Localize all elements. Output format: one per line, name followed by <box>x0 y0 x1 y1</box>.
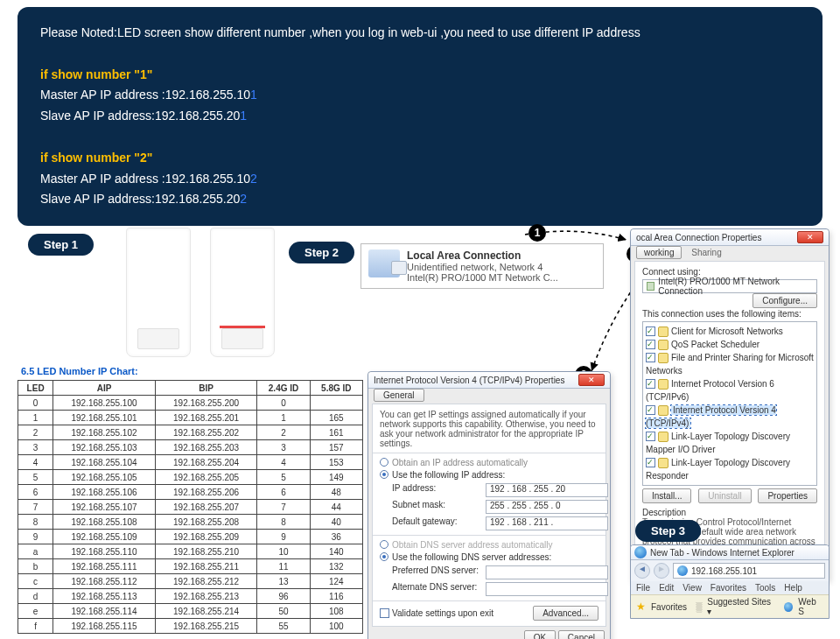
configure-button[interactable]: Configure... <box>752 293 817 308</box>
list-item[interactable]: Internet Protocol Version 6 (TCP/IPv6) <box>646 377 814 404</box>
advanced-button[interactable]: Advanced... <box>533 606 598 621</box>
star-icon[interactable]: ★ <box>636 600 646 613</box>
ie-icon <box>784 602 794 612</box>
list-item[interactable]: File and Printer Sharing for Microsoft N… <box>646 351 814 377</box>
page-icon <box>677 565 688 576</box>
table-row: 8192.168.255.108192.168.255.208840 <box>18 515 363 530</box>
network-adapter-icon <box>368 249 400 277</box>
device-back <box>210 228 275 357</box>
back-button[interactable]: ◄ <box>634 563 650 579</box>
tab-sharing[interactable]: Sharing <box>684 247 728 258</box>
radio-auto-ip[interactable] <box>380 458 388 467</box>
table-row: 1192.168.255.101192.168.255.2011165 <box>18 411 363 425</box>
ok-button[interactable]: OK <box>524 630 556 639</box>
items-list[interactable]: Client for Microsoft NetworksQoS Packet … <box>642 321 817 486</box>
table-row: 6192.168.255.106192.168.255.206648 <box>18 485 363 500</box>
callout-1: 1 <box>528 224 546 242</box>
table-row: c192.168.255.112192.168.255.21213124 <box>18 574 363 589</box>
tab-general[interactable]: General <box>374 389 424 402</box>
table-row: 3192.168.255.103192.168.255.2033157 <box>18 440 363 455</box>
local-area-connection-card[interactable]: Local Area Connection Unidentified netwo… <box>360 243 604 289</box>
ipv4-properties-window: Internet Protocol Version 4 (TCP/IPv4) P… <box>368 371 611 639</box>
ip-address-input[interactable]: 192 . 168 . 255 . 20 <box>486 483 608 497</box>
forward-button: ► <box>654 563 669 579</box>
table-row: 0192.168.255.100192.168.255.2000 <box>18 396 363 411</box>
led-chart: 6.5 LED Number IP Chart: LEDAIPBIP2.4G I… <box>18 366 363 634</box>
ie-window: New Tab - Windows Internet Explorer ◄ ► … <box>630 544 830 619</box>
adapter-icon <box>647 282 654 291</box>
alternate-dns-input[interactable] <box>486 582 608 596</box>
address-bar[interactable]: 192.168.255.101 <box>673 563 825 579</box>
radio-use-dns[interactable] <box>380 552 388 561</box>
list-item[interactable]: Link-Layer Topology Discovery Mapper I/O… <box>646 430 814 456</box>
table-row: e192.168.255.114192.168.255.21450108 <box>18 604 363 619</box>
list-item[interactable]: QoS Packet Scheduler <box>646 338 814 351</box>
preferred-dns-input[interactable] <box>486 565 608 579</box>
validate-checkbox[interactable] <box>380 608 389 618</box>
table-row: 2192.168.255.102192.168.255.2022161 <box>18 425 363 440</box>
list-item[interactable]: Internet Protocol Version 4 (TCP/IPv4) <box>646 404 814 430</box>
radio-auto-dns <box>380 540 388 549</box>
close-icon[interactable]: ✕ <box>578 374 605 386</box>
led-chart-title: 6.5 LED Number IP Chart: <box>21 366 363 376</box>
cancel-button[interactable]: Cancel <box>558 630 605 639</box>
install-button[interactable]: Install... <box>642 488 691 503</box>
menu-bar[interactable]: FileEditViewFavoritesToolsHelp <box>631 581 829 594</box>
table-row: 4192.168.255.104192.168.255.2044153 <box>18 455 363 470</box>
table-row: a192.168.255.110192.168.255.21010140 <box>18 544 363 559</box>
table-row: 9192.168.255.109192.168.255.209936 <box>18 530 363 544</box>
step2-badge: Step 2 <box>289 242 354 263</box>
show2-heading: if show number "2" <box>40 148 800 169</box>
notice-banner: Please Noted:LED screen show different n… <box>18 7 822 226</box>
table-row: 5192.168.255.105192.168.255.2055149 <box>18 470 363 485</box>
uninstall-button: Uninstall <box>698 488 751 503</box>
led-table: LEDAIPBIP2.4G ID5.8G ID 0192.168.255.100… <box>18 380 363 634</box>
list-item[interactable]: Client for Microsoft Networks <box>646 325 814 338</box>
table-row: f192.168.255.115192.168.255.21555100 <box>18 619 363 634</box>
table-row: d192.168.255.113192.168.255.21396116 <box>18 589 363 604</box>
gateway-input[interactable]: 192 . 168 . 211 . <box>486 516 608 530</box>
radio-use-ip[interactable] <box>380 470 388 479</box>
close-icon[interactable]: ✕ <box>797 231 823 243</box>
device-front <box>126 228 191 357</box>
notice-intro: Please Noted:LED screen show different n… <box>40 23 800 44</box>
show1-heading: if show number "1" <box>40 65 800 86</box>
table-row: 7192.168.255.107192.168.255.207744 <box>18 500 363 515</box>
properties-button[interactable]: Properties <box>758 488 817 503</box>
tab-networking[interactable]: working <box>636 246 682 259</box>
list-item[interactable]: Link-Layer Topology Discovery Responder <box>646 456 814 482</box>
step1-badge: Step 1 <box>28 234 94 256</box>
ie-icon <box>634 546 647 558</box>
subnet-mask-input[interactable]: 255 . 255 . 255 . 0 <box>486 500 608 514</box>
device-photos <box>126 228 275 357</box>
step3-badge: Step 3 <box>635 520 701 542</box>
table-row: b192.168.255.111192.168.255.21111132 <box>18 559 363 574</box>
